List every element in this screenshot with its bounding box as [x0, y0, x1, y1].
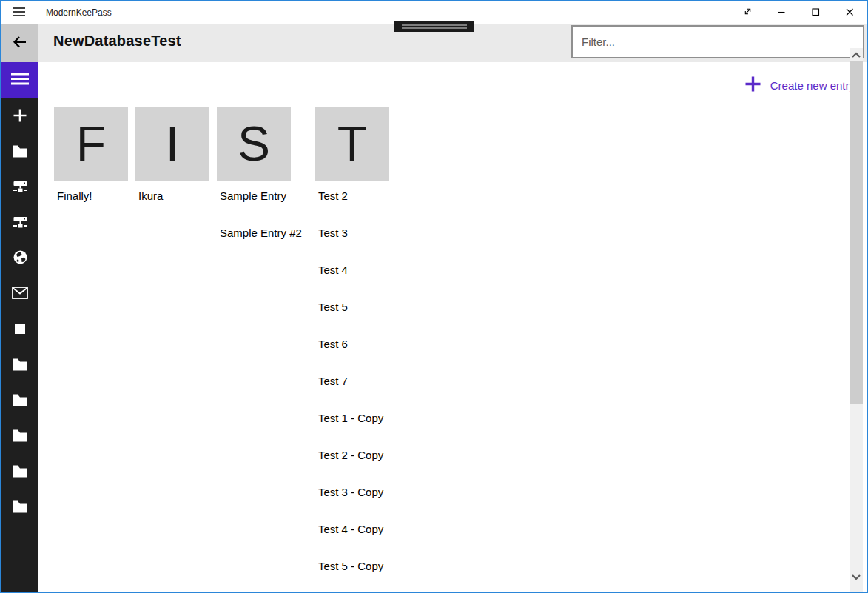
back-arrow-icon — [12, 35, 28, 52]
entry-group: IIkura — [135, 107, 209, 227]
scroll-down-button[interactable] — [850, 571, 863, 584]
maximize-icon — [810, 7, 821, 19]
folder-icon — [13, 500, 28, 515]
entry-item[interactable]: Test 4 - Copy — [315, 523, 389, 560]
folder-icon — [13, 144, 28, 160]
group-letter: I — [166, 119, 179, 168]
back-button[interactable] — [1, 24, 38, 62]
vertical-scrollbar[interactable] — [850, 48, 863, 592]
page-title: NewDatabaseTest — [53, 33, 181, 50]
sidebar-item[interactable] — [1, 347, 38, 383]
entry-item[interactable]: Test 5 - Copy — [315, 560, 389, 593]
group-tile[interactable]: F — [54, 107, 128, 181]
scrollbar-thumb[interactable] — [850, 61, 863, 404]
entry-item[interactable]: Test 3 — [315, 227, 389, 264]
folder-icon — [13, 358, 28, 373]
handle-line — [402, 24, 467, 26]
entry-item[interactable]: Test 3 - Copy — [315, 486, 389, 523]
folder-icon — [13, 464, 28, 480]
sidebar-item[interactable] — [1, 454, 38, 489]
create-new-entry-label: Create new entry — [770, 79, 855, 92]
titlebar-menu-button[interactable] — [1, 1, 37, 24]
server-tree-icon — [13, 215, 28, 231]
sidebar-item[interactable] — [1, 383, 38, 418]
close-icon — [844, 7, 855, 19]
title-bar: ModernKeePass — [1, 1, 867, 24]
panel-handle[interactable] — [394, 21, 474, 32]
group-tile[interactable]: T — [315, 107, 389, 181]
entry-item[interactable]: Test 6 — [315, 338, 389, 375]
hamburger-icon — [13, 7, 26, 19]
entry-item[interactable]: Test 1 - Copy — [315, 412, 389, 449]
server-tree-icon — [13, 180, 28, 195]
add-icon — [13, 108, 27, 125]
entry-item[interactable]: Ikura — [135, 190, 209, 227]
handle-line — [402, 27, 467, 29]
hamburger-icon — [10, 72, 30, 88]
minimize-button[interactable] — [764, 1, 798, 24]
maximize-button[interactable] — [798, 1, 832, 24]
entry-item[interactable]: Test 2 - Copy — [315, 449, 389, 486]
group-letter: T — [337, 119, 367, 168]
plus-icon — [744, 76, 761, 95]
mail-icon — [12, 287, 28, 301]
scroll-up-button[interactable] — [850, 48, 863, 61]
entry-item[interactable]: Sample Entry — [217, 190, 308, 227]
toolbar: Create new entry — [38, 62, 867, 96]
close-button[interactable] — [832, 1, 867, 24]
sidebar-item[interactable] — [1, 134, 38, 170]
globe-icon — [13, 249, 28, 267]
sidebar-item[interactable] — [1, 418, 38, 454]
sidebar-item[interactable] — [1, 276, 38, 312]
app-window: ModernKeePass — [0, 0, 868, 593]
sidebar-item[interactable] — [1, 205, 38, 241]
fullscreen-button[interactable] — [730, 1, 764, 24]
sidebar-item[interactable] — [1, 312, 38, 347]
app-title: ModernKeePass — [46, 7, 112, 18]
entry-item[interactable]: Test 5 — [315, 301, 389, 338]
nav-toggle-button[interactable] — [1, 62, 38, 98]
main-content: Create new entry FFinally!IIkuraSSample … — [38, 62, 867, 592]
sidebar-item[interactable] — [1, 489, 38, 525]
entry-group: FFinally! — [54, 107, 128, 227]
folder-icon — [13, 393, 28, 409]
chevron-up-icon — [851, 50, 861, 61]
group-tile[interactable]: S — [217, 107, 291, 181]
sidebar-item[interactable] — [1, 241, 38, 276]
sidebar-items — [1, 98, 38, 525]
group-tile[interactable]: I — [135, 107, 209, 181]
sidebar — [1, 62, 38, 592]
entry-groups: FFinally!IIkuraSSample EntrySample Entry… — [38, 107, 867, 593]
filter-input[interactable] — [571, 25, 864, 58]
entry-group: TTest 2Test 3Test 4Test 5Test 6Test 7Tes… — [315, 107, 389, 593]
diagonal-resize-icon — [742, 6, 753, 19]
square-icon — [15, 324, 25, 336]
sidebar-item[interactable] — [1, 98, 38, 134]
chevron-down-icon — [851, 572, 861, 583]
folder-icon — [13, 429, 28, 444]
group-letter: S — [238, 119, 270, 168]
entry-item[interactable]: Test 7 — [315, 375, 389, 412]
entry-item[interactable]: Finally! — [54, 190, 128, 227]
entry-group: SSample EntrySample Entry #2 — [217, 107, 308, 264]
entry-item[interactable]: Sample Entry #2 — [217, 227, 308, 264]
entry-item[interactable]: Test 4 — [315, 264, 389, 301]
entry-item[interactable]: Test 2 — [315, 190, 389, 227]
minimize-icon — [776, 7, 787, 19]
group-letter: F — [76, 119, 106, 168]
create-new-entry-button[interactable]: Create new entry — [744, 76, 855, 95]
window-controls — [730, 1, 867, 24]
sidebar-item[interactable] — [1, 170, 38, 205]
